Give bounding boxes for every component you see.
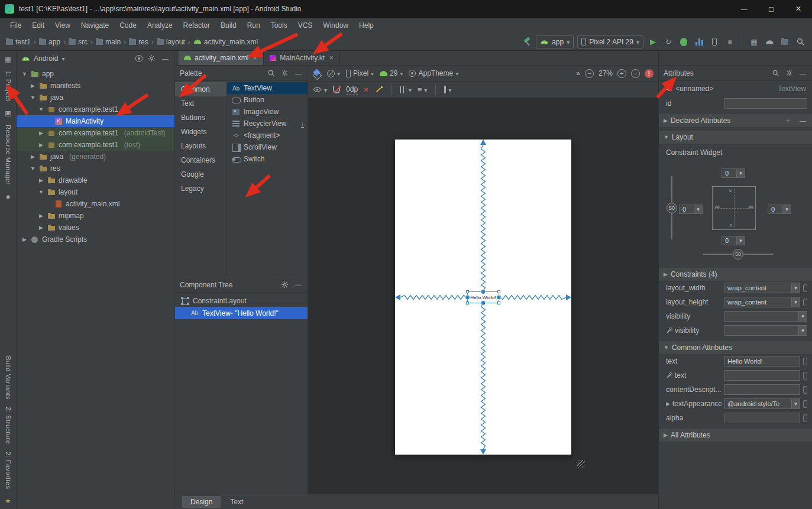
text-appearance-combo[interactable]: @android:style/Te — [724, 398, 800, 409]
resource-flag-icon[interactable] — [803, 358, 807, 365]
autoconnect-off-icon[interactable] — [333, 86, 340, 93]
section-layout[interactable]: Layout — [659, 131, 812, 144]
hide-panel-icon[interactable] — [294, 69, 303, 77]
layout-width-combo[interactable]: wrap_content — [724, 283, 800, 293]
tools-text-field[interactable] — [724, 370, 800, 381]
palette-category-legacy[interactable]: Legacy — [175, 181, 227, 196]
profiler-button[interactable] — [693, 36, 705, 48]
menu-run[interactable]: Run — [242, 18, 266, 33]
run-config-combo[interactable]: app — [536, 35, 574, 48]
horizontal-bias-value[interactable]: 50 — [733, 249, 743, 260]
breadcrumb-app[interactable]: app — [39, 38, 60, 46]
sdk-manager-button[interactable] — [764, 36, 775, 48]
tree-item-manifests[interactable]: manifests — [17, 80, 174, 92]
breadcrumb-activity-main-xml[interactable]: activity_main.xml — [193, 38, 258, 46]
apply-changes-button[interactable] — [662, 36, 674, 48]
breadcrumb-src[interactable]: src — [69, 38, 88, 46]
margin-right-combo[interactable]: 0 — [768, 205, 791, 214]
breadcrumb-main[interactable]: main — [96, 38, 121, 46]
tool-button-project[interactable]: 1: Project — [5, 71, 12, 101]
tree-item-activity-main-xml[interactable]: activity_main.xml — [17, 198, 174, 210]
margin-left-combo[interactable]: 0 — [679, 205, 703, 214]
tree-item-mainactivity[interactable]: MainActivity — [17, 115, 174, 127]
tree-item-app[interactable]: app — [17, 68, 174, 80]
hide-panel-icon[interactable] — [798, 69, 807, 77]
zoom-out-button[interactable]: − — [585, 69, 594, 78]
chevron-down-icon[interactable] — [791, 399, 800, 409]
tab-text[interactable]: Text — [222, 496, 251, 508]
palette-category-text[interactable]: Text — [175, 96, 227, 111]
tool-button-favorites[interactable]: 2: Favorites — [5, 452, 12, 489]
menu-file[interactable]: File — [5, 18, 27, 33]
theme-dropdown[interactable]: AppTheme — [409, 69, 458, 77]
resize-handle[interactable] — [466, 290, 469, 293]
breadcrumb-test1[interactable]: test1 — [6, 38, 31, 46]
view-options-dropdown[interactable] — [313, 85, 327, 94]
palette-category-containers[interactable]: Containers — [175, 153, 227, 167]
chevron-right-icon[interactable] — [38, 130, 44, 136]
maximize-button[interactable] — [758, 0, 785, 18]
chevron-down-icon[interactable] — [791, 283, 800, 293]
issues-icon[interactable] — [645, 69, 654, 78]
selection-box[interactable] — [467, 291, 499, 303]
tree-item-package[interactable]: com.example.test1 — [17, 103, 174, 115]
constraint-anchor-top[interactable] — [481, 289, 486, 294]
zoom-fit-button[interactable]: ◦ — [631, 69, 640, 78]
chevron-down-icon[interactable] — [62, 54, 64, 63]
margin-bottom-combo[interactable]: 0 — [722, 236, 745, 245]
menu-code[interactable]: Code — [114, 18, 142, 33]
palette-item-imageview[interactable]: ImageView — [227, 106, 308, 118]
chevron-down-icon[interactable] — [30, 166, 36, 171]
remove-attribute-icon[interactable] — [798, 116, 807, 125]
stop-button[interactable] — [724, 36, 736, 48]
hide-panel-icon[interactable] — [161, 54, 170, 63]
section-constraints[interactable]: Constraints (4) — [659, 268, 812, 281]
tab-design[interactable]: Design — [182, 496, 221, 508]
build-hammer-icon[interactable] — [523, 37, 532, 47]
chevron-down-icon[interactable] — [736, 236, 745, 245]
pin-icon[interactable] — [4, 192, 13, 202]
palette-item-fragment[interactable]: <fragment> — [227, 129, 308, 141]
palette-category-common[interactable]: Common — [175, 82, 227, 96]
tool-button-build-variants[interactable]: Build Variants — [5, 356, 12, 400]
resource-flag-icon[interactable] — [803, 414, 807, 422]
section-common-attributes[interactable]: Common Attributes — [659, 341, 812, 354]
resource-manager-icon[interactable] — [4, 108, 13, 118]
chevron-right-icon[interactable] — [664, 432, 668, 438]
zoom-in-button[interactable]: + — [617, 69, 626, 78]
menu-window[interactable]: Window — [318, 18, 354, 33]
resize-handle[interactable] — [497, 301, 500, 304]
close-button[interactable] — [785, 0, 812, 18]
api-dropdown[interactable]: 29 — [380, 69, 403, 77]
chevron-right-icon[interactable] — [664, 271, 668, 277]
chevron-right-icon[interactable] — [666, 401, 670, 407]
menu-view[interactable]: View — [50, 18, 76, 33]
tree-item-res[interactable]: res — [17, 163, 174, 174]
tree-item-java-generated[interactable]: java(generated) — [17, 151, 174, 163]
chevron-down-icon[interactable] — [664, 134, 669, 140]
tree-item-package-test[interactable]: com.example.test1(test) — [17, 139, 174, 151]
chevron-right-icon[interactable] — [21, 236, 28, 242]
tree-item-layout[interactable]: layout — [17, 186, 174, 198]
settings-icon[interactable] — [147, 54, 156, 63]
tab-mainactivity-kt[interactable]: MainActivity.kt — [264, 51, 340, 65]
chevron-down-icon[interactable] — [694, 205, 702, 213]
tree-item-values[interactable]: values — [17, 222, 174, 234]
menu-refactor[interactable]: Refactor — [178, 18, 215, 33]
menu-build[interactable]: Build — [215, 18, 242, 33]
component-textview[interactable]: TextView- "Hello World!" — [175, 307, 308, 319]
locate-file-icon[interactable] — [135, 55, 143, 62]
palette-category-layouts[interactable]: Layouts — [175, 139, 227, 153]
minimize-button[interactable] — [730, 0, 758, 18]
palette-item-textview[interactable]: TextView — [227, 82, 308, 94]
palette-category-buttons[interactable]: Buttons — [175, 111, 227, 125]
align-dropdown[interactable] — [418, 85, 428, 94]
constraint-anchor-left[interactable] — [465, 295, 470, 300]
margin-top-combo[interactable]: 0 — [722, 168, 745, 178]
chevron-down-icon[interactable] — [736, 169, 745, 177]
resource-flag-icon[interactable] — [803, 386, 807, 394]
id-field[interactable] — [724, 98, 807, 109]
close-tab-icon[interactable] — [251, 54, 258, 62]
chevron-down-icon[interactable] — [791, 297, 800, 307]
chevron-right-icon[interactable] — [38, 177, 44, 183]
